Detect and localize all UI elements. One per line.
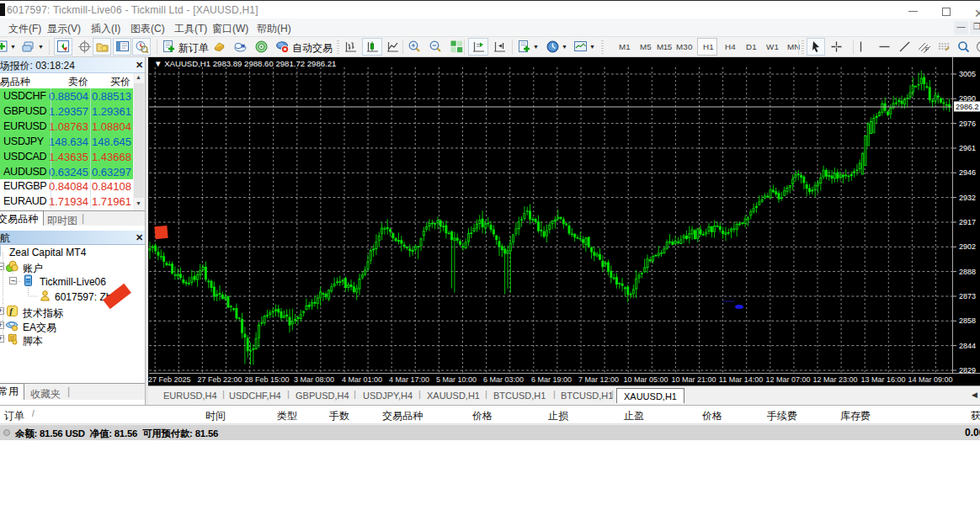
svg-text:27 Feb 22:00: 27 Feb 22:00	[197, 375, 242, 384]
svg-text:4 Mar 01:00: 4 Mar 01:00	[342, 375, 382, 384]
svg-text:F: F	[925, 46, 929, 52]
svg-text:10 Mar 21:00: 10 Mar 21:00	[671, 375, 716, 384]
svg-text:2917: 2917	[959, 218, 976, 226]
svg-text:4 Mar 17:00: 4 Mar 17:00	[389, 375, 429, 384]
svg-text:27 Feb 2025: 27 Feb 2025	[148, 375, 191, 384]
svg-text:13 Mar 16:00: 13 Mar 16:00	[860, 375, 905, 384]
svg-text:14 Mar 09:00: 14 Mar 09:00	[908, 375, 952, 384]
svg-text:2873: 2873	[959, 292, 976, 300]
svg-text:2829: 2829	[959, 366, 976, 375]
svg-text:3 Mar 08:00: 3 Mar 08:00	[294, 375, 334, 384]
svg-text:5 Mar 10:00: 5 Mar 10:00	[436, 375, 477, 384]
svg-text:6 Mar 19:00: 6 Mar 19:00	[531, 375, 572, 384]
svg-text:2946: 2946	[959, 168, 976, 177]
svg-text:2976: 2976	[959, 120, 976, 128]
svg-text:2986.2: 2986.2	[956, 103, 979, 111]
svg-text:2888: 2888	[959, 268, 976, 276]
svg-text:12 Mar 07:00: 12 Mar 07:00	[765, 375, 810, 384]
svg-text:12 Mar 23:00: 12 Mar 23:00	[812, 375, 857, 384]
svg-text:2858: 2858	[959, 316, 976, 325]
svg-text:11 Mar 14:00: 11 Mar 14:00	[719, 375, 763, 384]
svg-text:2961: 2961	[959, 144, 976, 152]
svg-text:2844: 2844	[959, 342, 976, 350]
svg-text:10 Mar 05:00: 10 Mar 05:00	[623, 375, 668, 384]
svg-text:28 Feb 15:00: 28 Feb 15:00	[244, 375, 289, 384]
svg-text:3005: 3005	[959, 70, 976, 78]
svg-text:2932: 2932	[959, 194, 976, 202]
svg-text:7 Mar 12:00: 7 Mar 12:00	[578, 375, 619, 384]
svg-text:6 Mar 03:00: 6 Mar 03:00	[483, 375, 524, 384]
svg-text:2902: 2902	[959, 242, 976, 251]
svg-text:▼ XAUUSD,H1 2983.89 2988.60 2: ▼ XAUUSD,H1 2983.89 2988.60 2981.72 2986…	[154, 59, 336, 68]
